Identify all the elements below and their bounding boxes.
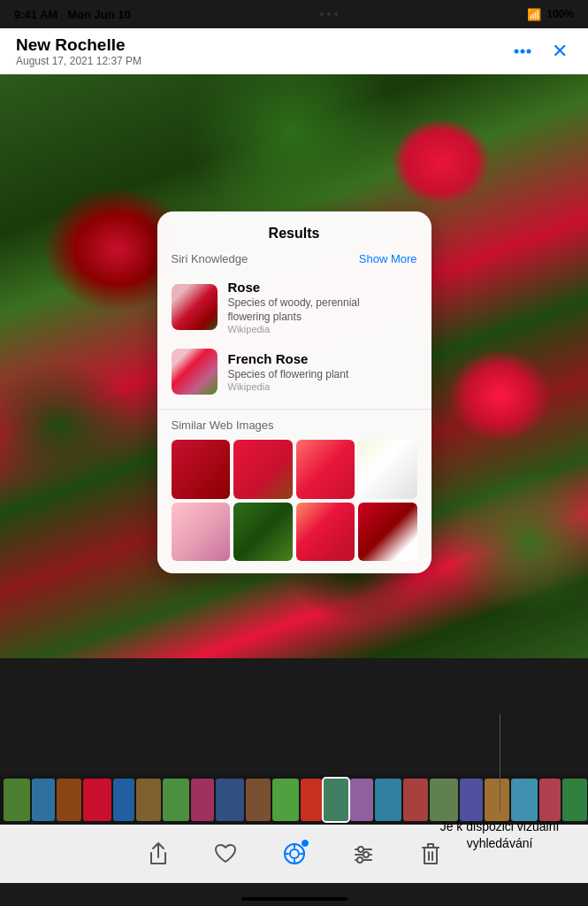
home-indicator — [241, 897, 347, 901]
filmstrip-thumb-8[interactable] — [216, 779, 244, 821]
favorite-button[interactable] — [214, 843, 237, 864]
status-time: 9:41 AM Mon Jun 10 — [14, 8, 131, 21]
status-center-dots — [320, 12, 338, 16]
divider — [157, 409, 431, 410]
filmstrip-thumb-13[interactable] — [350, 779, 373, 821]
results-title: Results — [157, 226, 431, 242]
filmstrip-thumb-3[interactable] — [83, 779, 111, 821]
french-rose-text: French Rose Species of flowering plant W… — [228, 351, 349, 393]
show-more-button[interactable]: Show More — [359, 252, 417, 265]
french-rose-source: Wikipedia — [228, 381, 349, 392]
rose-source: Wikipedia — [228, 324, 360, 334]
dot-1 — [320, 12, 324, 16]
filmstrip-thumb-9[interactable] — [246, 779, 271, 821]
time-label: 9:41 AM — [14, 8, 57, 21]
svg-point-2 — [527, 50, 531, 54]
dot-3 — [334, 12, 338, 16]
filmstrip-thumb-10[interactable] — [272, 779, 299, 821]
similar-images-grid — [157, 440, 431, 561]
battery-label: 100% — [546, 8, 574, 20]
header-title-block: New Rochelle August 17, 2021 12:37 PM — [16, 35, 141, 67]
status-right: 📶 100% — [527, 8, 574, 21]
date-label: Mon Jun 10 — [67, 8, 131, 21]
svg-point-13 — [363, 852, 369, 857]
header-actions: ✕ — [510, 39, 572, 64]
filmstrip-thumb-15[interactable] — [403, 779, 428, 821]
svg-point-4 — [290, 849, 299, 858]
svg-point-1 — [521, 50, 525, 54]
filmstrip-thumb-0[interactable] — [4, 779, 30, 821]
wifi-icon: 📶 — [527, 8, 541, 21]
filmstrip-thumb-21[interactable] — [562, 779, 587, 821]
filmstrip-thumb-11[interactable] — [301, 779, 322, 821]
svg-point-0 — [515, 50, 519, 54]
filmstrip-thumb-4[interactable] — [113, 779, 134, 821]
french-rose-desc: Species of flowering plant — [228, 368, 349, 382]
filmstrip-thumb-5[interactable] — [136, 779, 161, 821]
similar-image-2[interactable] — [233, 440, 293, 499]
more-icon — [514, 49, 531, 54]
similar-image-6[interactable] — [233, 503, 293, 562]
siri-knowledge-header: Siri Knowledge Show More — [157, 252, 431, 265]
tooltip-line — [500, 714, 500, 811]
french-rose-name: French Rose — [228, 351, 349, 366]
similar-image-3[interactable] — [296, 440, 355, 499]
similar-image-7[interactable] — [296, 503, 355, 562]
close-button[interactable]: ✕ — [547, 39, 572, 64]
svg-point-14 — [357, 857, 363, 863]
adjust-icon — [352, 842, 375, 865]
visual-search-button[interactable] — [283, 842, 306, 865]
svg-point-12 — [358, 847, 363, 852]
results-panel: Results Siri Knowledge Show More Rose Sp… — [157, 211, 431, 573]
rose-name: Rose — [228, 280, 360, 295]
filmstrip-thumb-6[interactable] — [163, 779, 189, 821]
siri-knowledge-label: Siri Knowledge — [172, 252, 248, 265]
header: New Rochelle August 17, 2021 12:37 PM ✕ — [0, 28, 588, 74]
knowledge-item-french-rose[interactable]: French Rose Species of flowering plant W… — [157, 342, 431, 402]
filmstrip-thumb-2[interactable] — [57, 779, 81, 821]
photo-area: Results Siri Knowledge Show More Rose Sp… — [0, 74, 588, 658]
heart-icon — [214, 843, 237, 864]
similar-image-1[interactable] — [172, 440, 231, 499]
filmstrip-thumb-7[interactable] — [191, 779, 214, 821]
similar-image-5[interactable] — [172, 503, 231, 562]
tooltip-container: Je k dispozici vizuální vyhledávání — [438, 714, 561, 853]
visual-search-badge — [301, 839, 309, 848]
filmstrip-thumb-12[interactable] — [324, 779, 348, 821]
photo-date-subtitle: August 17, 2021 12:37 PM — [16, 55, 141, 67]
dot-2 — [327, 12, 331, 16]
adjust-button[interactable] — [352, 842, 375, 865]
tooltip-text: Je k dispozici vizuální vyhledávání — [438, 818, 561, 853]
photo-location-title: New Rochelle — [16, 35, 141, 55]
rose-desc: Species of woody, perennialflowering pla… — [228, 296, 360, 324]
similar-images-header: Similar Web Images — [157, 417, 431, 433]
share-button[interactable] — [149, 842, 168, 865]
french-rose-thumbnail — [172, 349, 218, 395]
filmstrip-thumb-14[interactable] — [375, 779, 401, 821]
status-bar: 9:41 AM Mon Jun 10 📶 100% — [0, 0, 588, 28]
similar-image-4[interactable] — [358, 440, 417, 499]
knowledge-item-rose[interactable]: Rose Species of woody, perennialflowerin… — [157, 273, 431, 342]
rose-text: Rose Species of woody, perennialflowerin… — [228, 280, 360, 334]
share-icon — [149, 842, 168, 865]
filmstrip-thumb-1[interactable] — [32, 779, 55, 821]
more-options-button[interactable] — [510, 39, 535, 64]
rose-thumbnail — [172, 284, 218, 330]
similar-image-8[interactable] — [358, 503, 417, 562]
similar-images-label: Similar Web Images — [172, 418, 274, 432]
